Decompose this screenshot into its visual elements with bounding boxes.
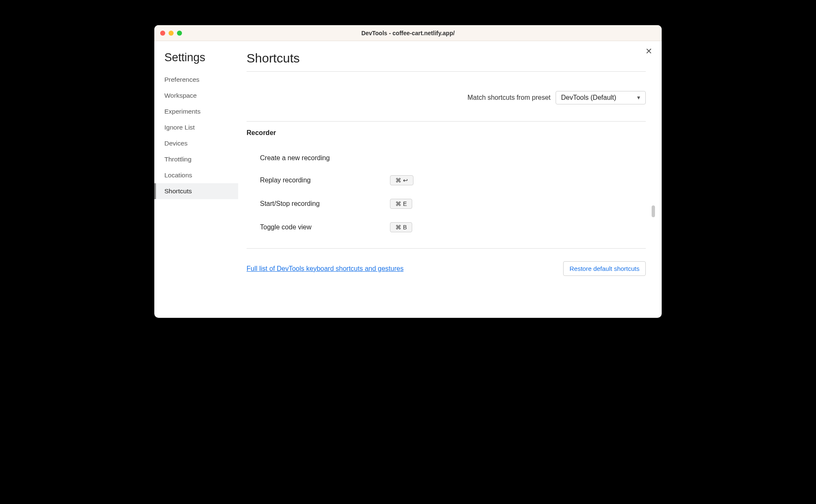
- page-title: Shortcuts: [247, 51, 646, 72]
- recorder-section: Recorder Create a new recording Replay r…: [247, 121, 646, 249]
- preset-label: Match shortcuts from preset: [468, 94, 551, 101]
- sidebar-item-preferences[interactable]: Preferences: [164, 72, 238, 88]
- sidebar: Settings Preferences Workspace Experimen…: [154, 41, 238, 318]
- sidebar-item-experiments[interactable]: Experiments: [164, 104, 238, 120]
- shortcut-label: Create a new recording: [260, 154, 390, 162]
- content-area: ✕ Settings Preferences Workspace Experim…: [154, 41, 662, 318]
- window-minimize-button[interactable]: [169, 31, 174, 36]
- main-pane: Shortcuts Match shortcuts from preset De…: [238, 41, 662, 318]
- preset-value: DevTools (Default): [561, 94, 616, 101]
- shortcut-keys: ⌘ ↩: [390, 175, 413, 185]
- preset-row: Match shortcuts from preset DevTools (De…: [247, 72, 646, 121]
- window-maximize-button[interactable]: [177, 31, 182, 36]
- preset-select[interactable]: DevTools (Default) ▼: [556, 91, 646, 104]
- shortcut-label: Start/Stop recording: [260, 200, 390, 208]
- restore-defaults-button[interactable]: Restore default shortcuts: [563, 261, 646, 276]
- window-close-button[interactable]: [160, 31, 165, 36]
- devtools-window: DevTools - coffee-cart.netlify.app/ ✕ Se…: [154, 25, 662, 318]
- window-title: DevTools - coffee-cart.netlify.app/: [154, 30, 662, 36]
- chevron-down-icon: ▼: [636, 95, 641, 101]
- sidebar-item-shortcuts[interactable]: Shortcuts: [154, 183, 238, 199]
- shortcut-keys: ⌘ E: [390, 199, 412, 209]
- titlebar: DevTools - coffee-cart.netlify.app/: [154, 25, 662, 41]
- shortcut-keys: ⌘ B: [390, 222, 412, 232]
- shortcut-label: Replay recording: [260, 177, 390, 184]
- shortcut-label: Toggle code view: [260, 223, 390, 231]
- shortcut-row-replay: Replay recording ⌘ ↩: [247, 169, 646, 192]
- shortcut-row-startstop: Start/Stop recording ⌘ E: [247, 192, 646, 216]
- scrollbar-thumb[interactable]: [652, 205, 655, 217]
- sidebar-item-devices[interactable]: Devices: [164, 135, 238, 151]
- sidebar-item-locations[interactable]: Locations: [164, 167, 238, 183]
- full-list-link[interactable]: Full list of DevTools keyboard shortcuts…: [247, 265, 403, 273]
- footer-row: Full list of DevTools keyboard shortcuts…: [247, 261, 646, 276]
- sidebar-item-workspace[interactable]: Workspace: [164, 88, 238, 104]
- section-title: Recorder: [247, 129, 646, 137]
- sidebar-item-throttling[interactable]: Throttling: [164, 151, 238, 167]
- sidebar-item-ignore-list[interactable]: Ignore List: [164, 120, 238, 135]
- sidebar-title: Settings: [164, 51, 238, 64]
- shortcut-row-toggle: Toggle code view ⌘ B: [247, 216, 646, 239]
- traffic-lights: [154, 31, 182, 36]
- shortcut-row-create: Create a new recording: [247, 148, 646, 169]
